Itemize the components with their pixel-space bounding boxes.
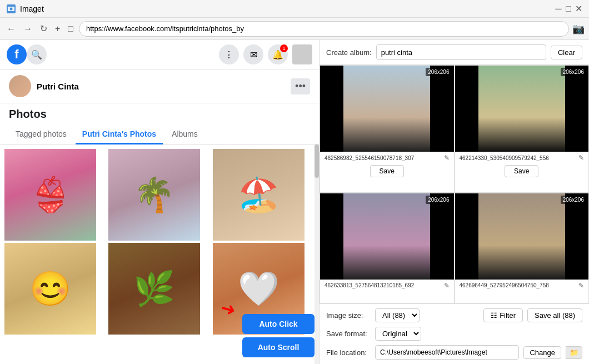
facebook-logo: f (7, 44, 27, 64)
svg-point-2 (10, 7, 13, 10)
profile-name: Putri Cinta (37, 82, 79, 91)
image-info-3: 462633813_527564813210185_692 ✎ (320, 280, 454, 292)
notifications-button[interactable]: 🔔 1 (268, 44, 288, 64)
scroll-thumb[interactable] (315, 144, 319, 178)
profile-more-button[interactable]: ••• (291, 78, 310, 94)
right-panel: Create album: Clear 206x206 462586982_52… (320, 40, 589, 364)
photo-item-4[interactable]: 😊 (4, 243, 96, 335)
forward-button[interactable]: → (21, 22, 34, 36)
address-input[interactable] (79, 21, 569, 37)
edit-icon-3[interactable]: ✎ (444, 282, 450, 290)
album-bar: Create album: Clear (320, 40, 589, 65)
notification-badge: 1 (280, 44, 288, 52)
auto-click-button[interactable]: Auto Click (242, 314, 315, 334)
apps-button[interactable]: ⋮ (219, 44, 239, 64)
folder-button[interactable]: 📁 (566, 346, 582, 359)
save-format-row: Save format: Original (326, 327, 582, 341)
image-info-2: 462214330_530540909579242_556 ✎ (455, 152, 589, 164)
image-grid: 206x206 462586982_525546150078718_307 ✎ … (320, 65, 589, 303)
user-avatar[interactable] (292, 44, 312, 64)
edit-icon-2[interactable]: ✎ (578, 154, 584, 162)
title-bar: Imaget ─ □ ✕ (0, 0, 589, 18)
image-size-select[interactable]: All (88) (375, 308, 420, 322)
album-label: Create album: (326, 48, 372, 57)
album-input[interactable] (376, 44, 546, 60)
left-panel: f 🔍 ⋮ ✉ 🔔 1 Putri Cinta ••• Photo (0, 40, 320, 364)
messenger-button[interactable]: ✉ (243, 44, 263, 64)
image-info-4: 462696449_527952496504750_758 ✎ (455, 280, 589, 292)
image-size-label: Image size: (326, 311, 371, 320)
close-button[interactable]: ✕ (575, 5, 582, 13)
maximize-button[interactable]: □ (565, 5, 572, 13)
title-bar-left: Imaget (7, 4, 44, 13)
image-thumb-4: 206x206 (455, 193, 589, 280)
photo-item-5[interactable]: 🌿 (108, 243, 200, 335)
save-button-2[interactable]: Save (505, 165, 538, 177)
save-format-label: Save format: (326, 330, 371, 338)
image-size-badge-3: 206x206 (426, 196, 451, 204)
facebook-header: f 🔍 ⋮ ✉ 🔔 1 (0, 40, 319, 69)
tab-albums[interactable]: Albums (165, 125, 204, 144)
image-filename-3: 462633813_527564813210185_692 (325, 282, 442, 288)
image-filename-2: 462214330_530540909579242_556 (460, 155, 577, 161)
filter-icon: ☷ (491, 311, 497, 320)
minimize-button[interactable]: ─ (555, 5, 562, 13)
scroll-track (315, 144, 319, 364)
image-filename-4: 462696449_527952496504750_758 (460, 282, 577, 288)
image-item-3: 206x206 462633813_527564813210185_692 ✎ (320, 193, 455, 304)
overlay-buttons: Auto Click Auto Scroll (242, 314, 315, 357)
file-location-label: File location: (326, 348, 371, 357)
tab-tagged[interactable]: Tagged photos (9, 125, 73, 144)
save-format-select[interactable]: Original (375, 327, 421, 341)
edit-icon-4[interactable]: ✎ (578, 282, 584, 290)
image-item-1: 206x206 462586982_525546150078718_307 ✎ … (320, 65, 455, 193)
image-info-1: 462586982_525546150078718_307 ✎ (320, 152, 454, 164)
new-tab-button[interactable]: + (53, 22, 62, 36)
photos-header: Photos (0, 103, 319, 125)
filter-label: Filter (500, 311, 516, 320)
facebook-header-icons: ⋮ ✉ 🔔 1 (219, 44, 312, 64)
back-button[interactable]: ← (4, 22, 18, 36)
image-thumb-3: 206x206 (320, 193, 454, 280)
image-thumb-2: 206x206 (455, 66, 589, 152)
photo-item-2[interactable]: 🌴 (108, 149, 200, 241)
file-location-input[interactable] (375, 345, 519, 360)
photo-grid: 👙 🌴 🏖️ 😊 🌿 🤍 (0, 144, 319, 339)
image-size-badge-4: 206x206 (561, 196, 586, 204)
extension-icon[interactable]: 📷 (572, 23, 585, 35)
profile-info: Putri Cinta (9, 75, 79, 97)
file-location-row: File location: Change 📁 (326, 345, 582, 360)
view-button[interactable]: □ (66, 22, 76, 36)
browser-bar: ← → ↻ + □ 📷 (0, 18, 589, 40)
tab-own-photos[interactable]: Putri Cinta's Photos (76, 125, 163, 144)
image-size-badge-1: 206x206 (426, 68, 451, 76)
tabs-container: Tagged photos Putri Cinta's Photos Album… (0, 125, 319, 144)
profile-section: Putri Cinta ••• (0, 69, 319, 103)
image-item-2: 206x206 462214330_530540909579242_556 ✎ … (455, 65, 590, 193)
auto-scroll-button[interactable]: Auto Scroll (242, 337, 315, 357)
profile-avatar (9, 75, 31, 97)
save-button-1[interactable]: Save (370, 165, 404, 177)
photos-title: Photos (9, 108, 310, 121)
image-filename-1: 462586982_525546150078718_307 (325, 155, 442, 161)
image-size-row: Image size: All (88) ☷ Filter Save all (… (326, 308, 582, 322)
image-thumb-1: 206x206 (320, 66, 454, 152)
search-button[interactable]: 🔍 (27, 44, 47, 64)
filter-button[interactable]: ☷ Filter (483, 308, 523, 322)
change-button[interactable]: Change (523, 346, 561, 359)
bottom-controls: Image size: All (88) ☷ Filter Save all (… (320, 303, 589, 364)
photo-item-1[interactable]: 👙 (4, 149, 96, 241)
edit-icon-1[interactable]: ✎ (444, 154, 450, 162)
app-icon (7, 4, 16, 13)
main-layout: f 🔍 ⋮ ✉ 🔔 1 Putri Cinta ••• Photo (0, 40, 589, 364)
title-bar-controls: ─ □ ✕ (555, 5, 582, 13)
save-all-button[interactable]: Save all (88) (527, 308, 582, 322)
photo-item-3[interactable]: 🏖️ (213, 149, 305, 241)
image-item-4: 206x206 462696449_527952496504750_758 ✎ (455, 193, 590, 304)
refresh-button[interactable]: ↻ (38, 21, 49, 36)
photo-grid-container: 👙 🌴 🏖️ 😊 🌿 🤍 ➜ (0, 144, 319, 364)
app-title: Imaget (20, 4, 44, 13)
clear-button[interactable]: Clear (551, 46, 582, 59)
image-size-badge-2: 206x206 (561, 68, 586, 76)
